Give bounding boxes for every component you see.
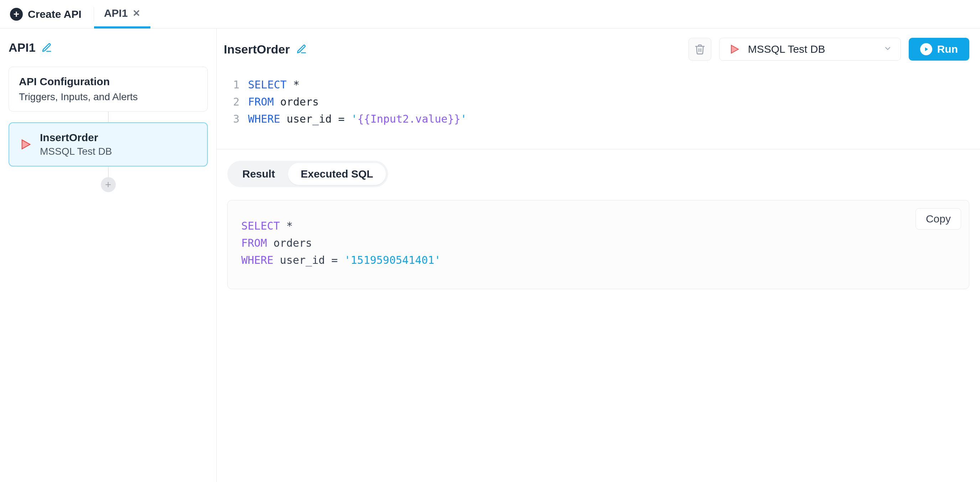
content-area: InsertOrder MSSQL Test DB xyxy=(217,29,980,482)
edit-icon[interactable] xyxy=(296,44,307,54)
tab-bar: + Create API API1 ✕ xyxy=(0,0,980,29)
code-line: 1SELECT * xyxy=(228,76,969,93)
tab-result[interactable]: Result xyxy=(229,163,288,185)
sidebar: API1 API Configuration Triggers, Inputs,… xyxy=(0,29,217,482)
executed-line: SELECT * xyxy=(241,217,955,235)
line-number: 1 xyxy=(228,76,248,93)
executed-line: WHERE user_id = '1519590541401' xyxy=(241,252,955,269)
code-editor[interactable]: 1SELECT *2FROM orders3WHERE user_id = '{… xyxy=(217,70,980,149)
line-number: 2 xyxy=(228,93,248,110)
trash-icon xyxy=(694,43,706,55)
executed-sql-box: Copy SELECT *FROM ordersWHERE user_id = … xyxy=(228,200,969,289)
result-tabs: Result Executed SQL xyxy=(217,149,980,195)
config-title: API Configuration xyxy=(19,76,197,88)
code-content: WHERE user_id = '{{Input2.value}}' xyxy=(248,110,467,128)
copy-button[interactable]: Copy xyxy=(915,208,961,230)
step-insertorder[interactable]: InsertOrder MSSQL Test DB xyxy=(8,122,208,166)
step-datasource: MSSQL Test DB xyxy=(40,146,112,157)
code-line: 2FROM orders xyxy=(228,93,969,110)
api-title: API1 xyxy=(8,41,208,54)
close-icon[interactable]: ✕ xyxy=(132,8,140,18)
tab-label: API1 xyxy=(104,7,128,19)
pill-group: Result Executed SQL xyxy=(228,161,388,187)
delete-button[interactable] xyxy=(689,38,711,61)
api-configuration-card[interactable]: API Configuration Triggers, Inputs, and … xyxy=(8,67,208,112)
connector-line xyxy=(108,112,109,122)
database-icon xyxy=(19,137,33,151)
connector-line xyxy=(108,166,109,177)
chevron-down-icon xyxy=(883,43,892,55)
content-header: InsertOrder MSSQL Test DB xyxy=(217,29,980,70)
step-name-header: InsertOrder xyxy=(224,42,307,56)
config-subtitle: Triggers, Inputs, and Alerts xyxy=(19,91,197,103)
executed-line: FROM orders xyxy=(241,235,955,252)
tab-executed-sql[interactable]: Executed SQL xyxy=(288,163,386,185)
code-content: SELECT * xyxy=(248,76,300,93)
play-icon xyxy=(920,43,932,55)
create-api-label: Create API xyxy=(28,8,82,20)
line-number: 3 xyxy=(228,110,248,128)
code-line: 3WHERE user_id = '{{Input2.value}}' xyxy=(228,110,969,128)
step-name-text: InsertOrder xyxy=(224,42,290,56)
tab-api1[interactable]: API1 ✕ xyxy=(94,0,151,29)
datasource-label: MSSQL Test DB xyxy=(748,43,877,55)
edit-icon[interactable] xyxy=(41,42,52,53)
step-title: InsertOrder xyxy=(40,132,112,144)
run-button[interactable]: Run xyxy=(909,38,969,61)
code-content: FROM orders xyxy=(248,93,319,110)
add-step-button[interactable]: + xyxy=(101,177,116,192)
database-icon xyxy=(728,42,741,56)
datasource-select[interactable]: MSSQL Test DB xyxy=(719,38,901,61)
create-api-button[interactable]: + Create API xyxy=(10,8,94,21)
executed-sql-content: SELECT *FROM ordersWHERE user_id = '1519… xyxy=(241,217,955,269)
api-title-text: API1 xyxy=(8,41,36,54)
run-label: Run xyxy=(937,43,958,55)
plus-icon: + xyxy=(10,8,23,21)
